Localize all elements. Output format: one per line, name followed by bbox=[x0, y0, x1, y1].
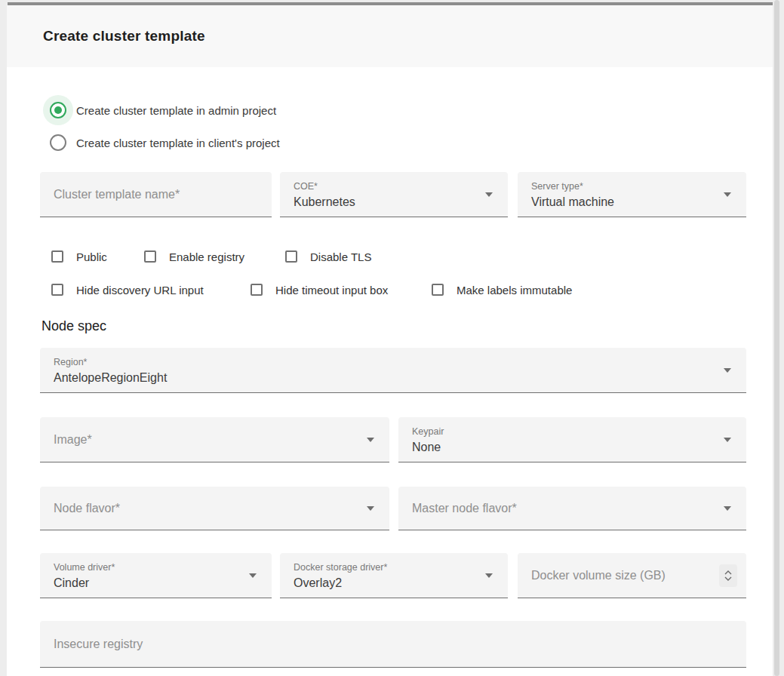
chevron-down-icon bbox=[249, 573, 257, 578]
image-select[interactable]: Image* bbox=[40, 417, 389, 462]
node-flavor-placeholder: Node flavor* bbox=[54, 502, 120, 515]
node-flavor-select[interactable]: Node flavor* bbox=[40, 487, 389, 530]
volume-driver-label: Volume driver* bbox=[54, 562, 115, 573]
chevron-down-icon bbox=[724, 368, 731, 373]
radio-selected-dot-icon bbox=[54, 106, 62, 114]
keypair-select[interactable]: Keypair None bbox=[398, 417, 746, 462]
chevron-down-icon bbox=[724, 438, 731, 442]
node-spec-heading: Node spec bbox=[42, 318, 106, 334]
chevron-down-icon bbox=[367, 506, 374, 511]
cluster-template-name-field[interactable] bbox=[40, 172, 272, 217]
server-type-value: Virtual machine bbox=[531, 195, 614, 209]
master-node-flavor-select[interactable]: Master node flavor* bbox=[398, 487, 746, 530]
chevron-down-icon bbox=[724, 192, 731, 197]
radio-client-project[interactable] bbox=[50, 134, 66, 151]
server-type-label: Server type* bbox=[531, 181, 583, 192]
checkbox-icon[interactable] bbox=[51, 284, 63, 296]
cluster-template-name-input[interactable] bbox=[40, 172, 272, 217]
page-title: Create cluster template bbox=[43, 28, 205, 45]
checkbox-enable-registry-label: Enable registry bbox=[169, 250, 244, 263]
radio-client-project-label[interactable]: Create cluster template in client's proj… bbox=[76, 137, 280, 149]
checkbox-icon[interactable] bbox=[251, 284, 263, 296]
docker-storage-driver-select[interactable]: Docker storage driver* Overlay2 bbox=[280, 553, 508, 598]
coe-value: Kubernetes bbox=[294, 195, 355, 209]
chevron-down-icon bbox=[485, 192, 493, 197]
insecure-registry-input[interactable] bbox=[40, 621, 746, 667]
chevron-down-icon bbox=[485, 573, 493, 578]
docker-volume-size-input[interactable] bbox=[518, 553, 746, 598]
checkbox-hide-discovery-url[interactable]: Hide discovery URL input bbox=[51, 282, 204, 297]
volume-driver-select[interactable]: Volume driver* Cinder bbox=[40, 553, 272, 598]
checkbox-hide-timeout-label: Hide timeout input box bbox=[275, 284, 388, 297]
checkbox-labels-immutable[interactable]: Make labels immutable bbox=[432, 282, 572, 297]
number-stepper[interactable] bbox=[719, 564, 737, 587]
checkbox-icon[interactable] bbox=[285, 250, 297, 263]
docker-storage-driver-label: Docker storage driver* bbox=[294, 562, 387, 573]
docker-volume-size-field[interactable] bbox=[518, 553, 746, 598]
keypair-value: None bbox=[412, 441, 441, 454]
checkbox-disable-tls[interactable]: Disable TLS bbox=[285, 249, 371, 264]
coe-label: COE* bbox=[294, 181, 318, 192]
coe-select[interactable]: COE* Kubernetes bbox=[280, 172, 508, 217]
region-select[interactable]: Region* AntelopeRegionEight bbox=[40, 348, 746, 393]
checkbox-public-label: Public bbox=[76, 250, 107, 263]
region-value: AntelopeRegionEight bbox=[54, 371, 167, 385]
checkbox-enable-registry[interactable]: Enable registry bbox=[144, 249, 244, 264]
stepper-down-icon[interactable] bbox=[724, 576, 732, 581]
chevron-down-icon bbox=[367, 438, 374, 442]
volume-driver-value: Cinder bbox=[54, 576, 89, 590]
docker-storage-driver-value: Overlay2 bbox=[294, 576, 342, 590]
master-node-flavor-placeholder: Master node flavor* bbox=[412, 502, 517, 515]
radio-admin-project-label[interactable]: Create cluster template in admin project bbox=[76, 104, 276, 117]
radio-admin-project[interactable] bbox=[50, 102, 66, 118]
insecure-registry-field[interactable] bbox=[40, 621, 746, 668]
image-placeholder: Image* bbox=[54, 433, 92, 447]
chevron-down-icon bbox=[724, 506, 731, 511]
checkbox-hide-timeout[interactable]: Hide timeout input box bbox=[251, 282, 388, 297]
checkbox-icon[interactable] bbox=[432, 284, 444, 296]
checkbox-labels-immutable-label: Make labels immutable bbox=[457, 284, 572, 297]
server-type-select[interactable]: Server type* Virtual machine bbox=[518, 172, 746, 217]
keypair-label: Keypair bbox=[412, 426, 444, 437]
region-label: Region* bbox=[54, 357, 87, 367]
stepper-up-icon[interactable] bbox=[724, 570, 732, 575]
checkbox-hide-discovery-url-label: Hide discovery URL input bbox=[76, 284, 204, 297]
checkbox-disable-tls-label: Disable TLS bbox=[310, 250, 371, 263]
vertical-scrollbar[interactable] bbox=[774, 0, 779, 676]
checkbox-icon[interactable] bbox=[51, 250, 63, 263]
checkbox-icon[interactable] bbox=[144, 250, 156, 263]
checkbox-public[interactable]: Public bbox=[51, 249, 107, 264]
scrollbar-track bbox=[773, 0, 784, 676]
